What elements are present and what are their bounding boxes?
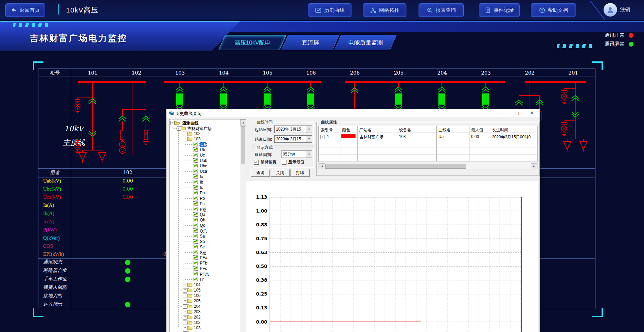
curve-icon bbox=[193, 261, 198, 266]
tree-leaf-Sa[interactable]: Sa bbox=[170, 233, 239, 239]
tree-leaf-Pb[interactable]: Pb bbox=[170, 196, 239, 201]
tree-leaf-PFc[interactable]: PFc bbox=[170, 266, 239, 271]
start-date-dropdown-icon[interactable]: ▼ bbox=[306, 126, 312, 133]
tree-leaf-Ub[interactable]: Ub bbox=[170, 147, 239, 153]
sample-period-dropdown-icon[interactable]: ▼ bbox=[306, 151, 312, 158]
cabinet-id-204: 204 bbox=[429, 70, 456, 76]
tree-node-202[interactable]: +202 bbox=[170, 314, 239, 320]
mouse-capture-checkbox[interactable]: ✓ 鼠标捕捉 bbox=[254, 159, 277, 165]
print-button[interactable]: 打印 bbox=[290, 169, 310, 177]
status-indicator-dot bbox=[125, 302, 130, 307]
tree-scroll-thumb[interactable] bbox=[241, 126, 245, 164]
tree-node-104[interactable]: +104 bbox=[170, 282, 239, 287]
cabinet-id-102: 102 bbox=[123, 70, 150, 76]
tree-leaf-Qb[interactable]: Qb bbox=[170, 217, 239, 223]
props-horizontal-scrollbar[interactable]: ◄ ► bbox=[318, 163, 538, 169]
curve-icon bbox=[193, 142, 198, 147]
query-button[interactable]: 查询 bbox=[251, 169, 270, 177]
show-extremes-checkbox[interactable]: 显示最值 bbox=[282, 159, 304, 165]
nav-button-history-curve[interactable]: 历史曲线 bbox=[308, 3, 351, 17]
tree-node-105[interactable]: +105 bbox=[170, 287, 239, 293]
tree-leaf-Uc[interactable]: Uc bbox=[170, 153, 239, 158]
scroll-left-button[interactable]: ◄ bbox=[319, 163, 325, 169]
comm-normal-legend: 通讯正常 bbox=[605, 32, 634, 38]
tree-leaf-S总[interactable]: S总 bbox=[170, 250, 239, 255]
tree-leaf-Ib[interactable]: Ib bbox=[170, 179, 239, 185]
close-dialog-button[interactable]: 关闭 bbox=[271, 169, 290, 177]
back-home-button[interactable]: 返回首页 bbox=[5, 3, 45, 17]
tree-node-204[interactable]: +204 bbox=[170, 304, 239, 309]
tree-leaf-Uca[interactable]: Uca bbox=[170, 169, 239, 174]
network-topology-icon bbox=[370, 7, 376, 13]
tree-node-106[interactable]: +106 bbox=[170, 293, 239, 298]
tree-leaf-label: Pb bbox=[200, 196, 205, 201]
dialog-title: 历史曲线查询 bbox=[175, 111, 202, 117]
user-avatar[interactable] bbox=[604, 3, 617, 17]
curve-row-checkbox[interactable]: ✓ bbox=[320, 134, 325, 139]
measurement-value: 0.00 bbox=[116, 186, 140, 192]
tree-leaf-Fr[interactable]: Fr bbox=[170, 277, 239, 282]
curve-icon bbox=[193, 169, 198, 174]
tree-leaf-P总[interactable]: P总 bbox=[170, 206, 239, 212]
tree-leaf-Uab[interactable]: Uab bbox=[170, 158, 239, 163]
checkbox-unchecked-icon[interactable] bbox=[282, 160, 286, 165]
props-col-header: 颜色 bbox=[342, 127, 356, 133]
checkbox-checked-icon[interactable]: ✓ bbox=[254, 160, 259, 165]
scroll-up-button[interactable]: ▲ bbox=[240, 119, 246, 126]
cabinet-id-101: 101 bbox=[79, 70, 106, 76]
tree-leaf-label: PFa bbox=[200, 255, 207, 260]
tree-leaf-Pc[interactable]: Pc bbox=[170, 201, 239, 206]
tree-leaf-Ua[interactable]: Ua bbox=[170, 142, 239, 147]
tree-node-203[interactable]: +203 bbox=[170, 309, 239, 314]
nav-button-network-topology[interactable]: 网络拓扑 bbox=[363, 3, 406, 17]
tree-node-label: 104 bbox=[194, 282, 201, 287]
tree-node-103[interactable]: +103 bbox=[170, 325, 239, 331]
dialog-title-bar[interactable]: 历史曲线查询 ─ ▢ ✕ bbox=[166, 109, 540, 117]
tree-node-吉林财富广场[interactable]: −吉林财富广场 bbox=[170, 126, 239, 131]
back-arrow-icon bbox=[11, 7, 17, 13]
tree-leaf-Ubc[interactable]: Ubc bbox=[170, 163, 239, 169]
tab-hv-10kv-distribution[interactable]: 高压10kV配电 bbox=[218, 35, 286, 50]
sample-period-combo[interactable]: 05分钟 ▼ bbox=[281, 150, 312, 158]
tree-leaf-PFa[interactable]: PFa bbox=[170, 255, 239, 260]
tree-leaf-PF总[interactable]: PF总 bbox=[170, 271, 239, 277]
tree-leaf-Ia[interactable]: Ia bbox=[170, 174, 239, 179]
tree-leaf-label: Sc bbox=[200, 245, 205, 249]
tree-node-102[interactable]: +102 bbox=[170, 320, 239, 325]
tree-leaf-Ic[interactable]: Ic bbox=[170, 185, 239, 190]
start-date-field[interactable]: 2023年 3月15 ▼ bbox=[274, 126, 312, 133]
measurement-label: Q(kVar) bbox=[43, 235, 60, 241]
tree-node-102[interactable]: +102 bbox=[170, 131, 239, 136]
tree-leaf-Qc[interactable]: Qc bbox=[170, 223, 239, 228]
tree-node-遥测曲线[interactable]: −遥测曲线 bbox=[170, 120, 239, 126]
curve-color-swatch[interactable] bbox=[341, 134, 356, 138]
mouse-capture-label: 鼠标捕捉 bbox=[260, 159, 277, 165]
tree-leaf-Pa[interactable]: Pa bbox=[170, 190, 239, 196]
tab-dc-panel[interactable]: 直流屏 bbox=[281, 35, 339, 50]
end-date-field[interactable]: 2023年 3月15 ▼ bbox=[274, 135, 312, 143]
tree-leaf-Q总[interactable]: Q总 bbox=[170, 228, 239, 233]
tree-leaf-label: PFb bbox=[200, 261, 207, 266]
tab-power-quality[interactable]: 电能质量监测 bbox=[334, 35, 397, 50]
tree-leaf-Sc[interactable]: Sc bbox=[170, 244, 239, 250]
back-home-label: 返回首页 bbox=[20, 7, 40, 13]
maximize-button[interactable]: ▢ bbox=[511, 109, 523, 117]
logout-button[interactable]: 注销 bbox=[620, 6, 630, 13]
nav-button-event-record[interactable]: 事件记录 bbox=[479, 3, 520, 17]
nav-button-report-query[interactable]: 报表查询 bbox=[419, 3, 464, 17]
title-divider bbox=[58, 4, 59, 15]
end-date-dropdown-icon[interactable]: ▼ bbox=[306, 136, 312, 142]
tree-scrollbar[interactable]: ▲ bbox=[240, 119, 246, 332]
tree-node-103[interactable]: −103 bbox=[170, 136, 239, 142]
props-scroll-thumb[interactable] bbox=[325, 164, 466, 169]
tree-node-104[interactable]: +104 bbox=[170, 331, 239, 332]
tree-leaf-PFb[interactable]: PFb bbox=[170, 260, 239, 266]
nav-button-help-doc[interactable]: 帮助文档 bbox=[531, 3, 576, 17]
scroll-right-button[interactable]: ► bbox=[531, 163, 537, 169]
tree-leaf-Sb[interactable]: Sb bbox=[170, 239, 239, 244]
tree-leaf-label: Uc bbox=[200, 153, 205, 158]
tree-node-205[interactable]: +205 bbox=[170, 298, 239, 304]
close-button[interactable]: ✕ bbox=[526, 109, 538, 117]
minimize-button[interactable]: ─ bbox=[495, 109, 507, 117]
tree-leaf-Qa[interactable]: Qa bbox=[170, 212, 239, 217]
